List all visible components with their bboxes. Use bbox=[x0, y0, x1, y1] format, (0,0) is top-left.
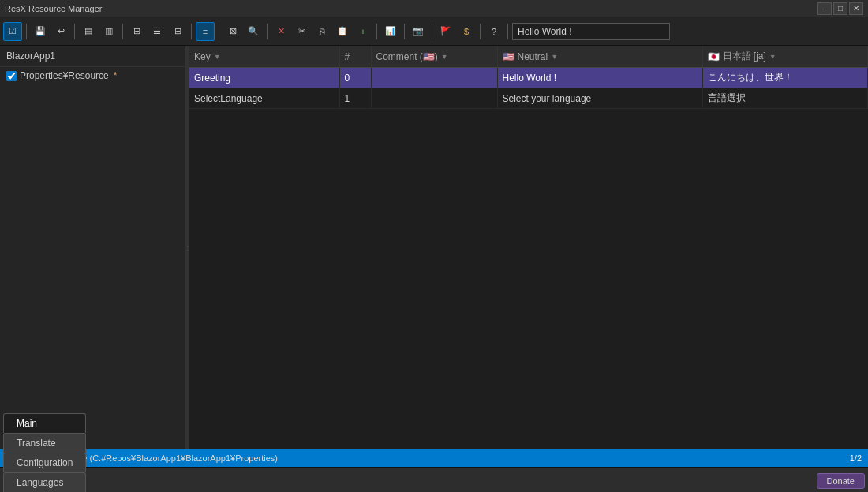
status-bar-pagination: 1/2 bbox=[850, 453, 862, 463]
toolbar-sep-3 bbox=[122, 24, 123, 39]
toolbar-sep-8 bbox=[404, 24, 405, 39]
filter-ja-icon[interactable]: ▼ bbox=[769, 53, 776, 61]
cut-button[interactable]: ✂ bbox=[292, 22, 311, 41]
col-header-ja: 🇯🇵 日本語 [ja] ▼ bbox=[702, 46, 868, 68]
col-header-num: # bbox=[339, 46, 371, 68]
col-header-key: Key ▼ bbox=[189, 46, 339, 68]
sidebar-item-checkbox[interactable] bbox=[6, 71, 17, 81]
tab-translate[interactable]: Translate bbox=[3, 433, 86, 453]
window-controls: – □ ✕ bbox=[817, 2, 863, 15]
donate-button[interactable]: Donate bbox=[817, 473, 865, 489]
search-input[interactable] bbox=[512, 23, 670, 40]
cell-num: 1 bbox=[339, 88, 371, 109]
toolbar: ☑ 💾 ↩ ▤ ▥ ⊞ ☰ ⊟ ≡ ⊠ 🔍 ✕ ✂ ⎘ 📋 + 📊 📷 🚩 $ … bbox=[0, 17, 868, 46]
sidebar-item-label: Properties¥Resource bbox=[20, 70, 109, 81]
minimize-button[interactable]: – bbox=[817, 2, 832, 15]
cell-num: 0 bbox=[339, 68, 371, 88]
checkbox-all-button[interactable]: ☑ bbox=[3, 22, 22, 41]
cell-ja: こんにちは、世界！ bbox=[702, 68, 868, 88]
toolbar-sep-4 bbox=[191, 24, 192, 39]
col-header-neutral: 🇺🇸 Neutral ▼ bbox=[497, 46, 702, 68]
toolbar-sep-11 bbox=[507, 24, 508, 39]
list-button[interactable]: ☰ bbox=[148, 22, 166, 41]
sidebar-item-properties-resource[interactable]: Properties¥Resource * bbox=[0, 67, 185, 84]
status-bar: Greeting : Resource (C:#Repos¥BlazorApp1… bbox=[0, 449, 868, 467]
table-header-row: Key ▼ # Comment (🇺🇸) ▼ bbox=[189, 46, 868, 68]
dollar-button[interactable]: $ bbox=[457, 22, 476, 41]
view-toggle-button[interactable]: ≡ bbox=[196, 22, 215, 41]
help-button[interactable]: ? bbox=[485, 22, 503, 41]
cell-comment bbox=[371, 88, 497, 109]
table-row[interactable]: SelectLanguage 1 Select your language 言語… bbox=[189, 88, 868, 109]
window-title: ResX Resource Manager bbox=[5, 4, 817, 13]
cell-key: SelectLanguage bbox=[189, 88, 339, 109]
col-header-comment: Comment (🇺🇸) ▼ bbox=[371, 46, 497, 68]
cols-button[interactable]: ⊠ bbox=[223, 22, 242, 41]
table-button[interactable]: ⊞ bbox=[127, 22, 146, 41]
toolbar-sep-2 bbox=[74, 24, 75, 39]
align-right-button[interactable]: ▥ bbox=[99, 22, 118, 41]
toolbar-sep-1 bbox=[26, 24, 27, 39]
paste-button[interactable]: 📋 bbox=[333, 22, 352, 41]
tabs-container: MainTranslateConfigurationLanguages bbox=[3, 413, 88, 492]
title-bar: ResX Resource Manager – □ ✕ bbox=[0, 0, 868, 17]
filter-button[interactable]: 🔍 bbox=[244, 22, 263, 41]
toolbar-sep-10 bbox=[480, 24, 481, 39]
toolbar-sep-6 bbox=[267, 24, 268, 39]
filter-key-icon[interactable]: ▼ bbox=[214, 53, 221, 61]
tabs-bar: MainTranslateConfigurationLanguages Dona… bbox=[0, 467, 868, 492]
sidebar: BlazorApp1 Properties¥Resource * bbox=[0, 46, 185, 449]
snapshot-button[interactable]: 📷 bbox=[409, 22, 428, 41]
tab-languages[interactable]: Languages bbox=[3, 472, 86, 492]
flag-button[interactable]: 🚩 bbox=[436, 22, 455, 41]
filter-neutral-icon[interactable]: ▼ bbox=[551, 53, 558, 61]
add-button[interactable]: + bbox=[354, 22, 372, 41]
tab-main[interactable]: Main bbox=[3, 413, 86, 433]
toolbar-sep-9 bbox=[432, 24, 432, 39]
export-button[interactable]: 📊 bbox=[381, 22, 400, 41]
copy-button[interactable]: ⎘ bbox=[312, 22, 331, 41]
delete-button[interactable]: ✕ bbox=[271, 22, 290, 41]
cell-neutral: Select your language bbox=[497, 88, 702, 109]
cell-ja: 言語選択 bbox=[702, 88, 868, 109]
main-layout: BlazorApp1 Properties¥Resource * ⋮ Key ▼ bbox=[0, 46, 868, 449]
filter-comment-icon[interactable]: ▼ bbox=[441, 53, 448, 61]
data-table: Key ▼ # Comment (🇺🇸) ▼ bbox=[189, 46, 868, 109]
tab-configuration[interactable]: Configuration bbox=[3, 453, 86, 472]
undo-button[interactable]: ↩ bbox=[51, 22, 70, 41]
cell-comment bbox=[371, 68, 497, 88]
save-button[interactable]: 💾 bbox=[31, 22, 50, 41]
cell-key: Greeting bbox=[189, 68, 339, 88]
toolbar-sep-7 bbox=[376, 24, 377, 39]
sidebar-app-label: BlazorApp1 bbox=[0, 46, 185, 67]
split-button[interactable]: ⊟ bbox=[168, 22, 187, 41]
cell-neutral: Hello World ! bbox=[497, 68, 702, 88]
content-area: Key ▼ # Comment (🇺🇸) ▼ bbox=[189, 46, 868, 449]
toolbar-sep-5 bbox=[219, 24, 219, 39]
maximize-button[interactable]: □ bbox=[833, 2, 847, 15]
close-button[interactable]: ✕ bbox=[849, 2, 863, 15]
align-left-button[interactable]: ▤ bbox=[79, 22, 98, 41]
sidebar-modified-indicator: * bbox=[114, 70, 118, 81]
resource-table: Key ▼ # Comment (🇺🇸) ▼ bbox=[189, 46, 868, 449]
table-row[interactable]: Greeting 0 Hello World ! こんにちは、世界！ bbox=[189, 68, 868, 88]
